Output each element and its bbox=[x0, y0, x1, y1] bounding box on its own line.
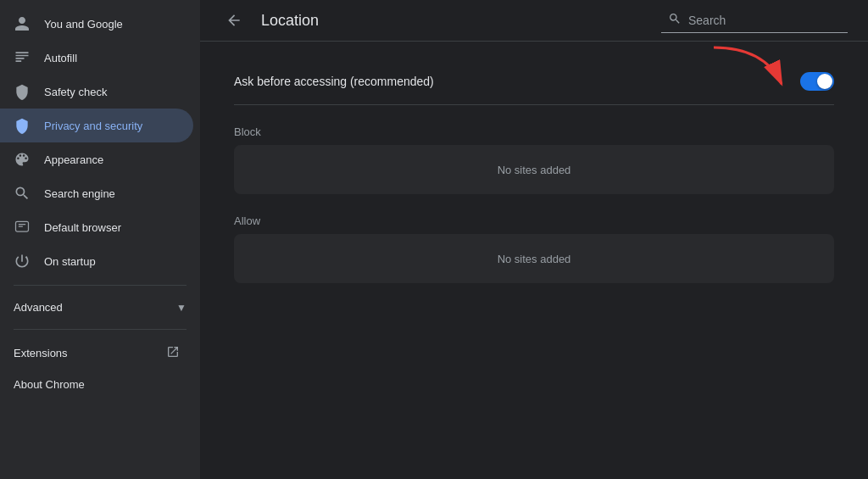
sidebar-divider bbox=[14, 285, 186, 286]
content-area: Ask before accessing (recommended) bbox=[200, 42, 868, 479]
location-toggle[interactable] bbox=[800, 72, 834, 91]
power-icon bbox=[14, 253, 31, 270]
shield-icon bbox=[14, 83, 31, 100]
sidebar: You and Google Autofill Safety check Pri… bbox=[0, 0, 200, 479]
autofill-icon bbox=[14, 49, 31, 66]
person-icon bbox=[14, 15, 31, 32]
page-header: Location bbox=[200, 0, 868, 42]
block-empty-section: No sites added bbox=[234, 145, 834, 194]
appearance-icon bbox=[14, 151, 31, 168]
sidebar-item-extensions[interactable]: Extensions bbox=[0, 337, 193, 370]
block-empty-text: No sites added bbox=[498, 164, 571, 176]
default-browser-icon bbox=[14, 219, 31, 236]
extensions-label: Extensions bbox=[14, 347, 68, 359]
block-section: Block No sites added bbox=[234, 125, 834, 194]
sidebar-item-privacy-label: Privacy and security bbox=[44, 120, 142, 132]
allow-section: Allow No sites added bbox=[234, 214, 834, 283]
external-link-icon bbox=[166, 345, 180, 361]
about-chrome-label: About Chrome bbox=[14, 378, 85, 391]
sidebar-item-default-browser[interactable]: Default browser bbox=[0, 210, 193, 244]
ask-before-accessing-row: Ask before accessing (recommended) bbox=[234, 58, 834, 105]
sidebar-item-safety-check[interactable]: Safety check bbox=[0, 75, 193, 109]
sidebar-item-you-and-google-label: You and Google bbox=[44, 18, 123, 31]
search-engine-icon bbox=[14, 185, 31, 202]
search-box bbox=[661, 8, 848, 33]
sidebar-item-search-engine[interactable]: Search engine bbox=[0, 176, 193, 210]
sidebar-item-about-chrome[interactable]: About Chrome bbox=[0, 370, 193, 399]
allow-empty-text: No sites added bbox=[498, 253, 571, 265]
sidebar-item-autofill[interactable]: Autofill bbox=[0, 41, 193, 75]
chevron-down-icon: ▼ bbox=[176, 302, 186, 314]
sidebar-item-safety-check-label: Safety check bbox=[44, 86, 107, 98]
sidebar-divider-2 bbox=[14, 329, 186, 330]
sidebar-item-appearance-label: Appearance bbox=[44, 153, 103, 166]
search-input[interactable] bbox=[688, 14, 841, 27]
back-button[interactable] bbox=[220, 7, 248, 34]
advanced-label: Advanced bbox=[14, 301, 63, 314]
page-title: Location bbox=[261, 12, 648, 30]
red-arrow-annotation bbox=[714, 43, 790, 94]
sidebar-item-default-browser-label: Default browser bbox=[44, 221, 121, 234]
search-icon bbox=[668, 12, 682, 29]
allow-empty-section: No sites added bbox=[234, 234, 834, 283]
sidebar-item-privacy-and-security[interactable]: Privacy and security bbox=[0, 109, 193, 142]
advanced-section-header[interactable]: Advanced ▼ bbox=[0, 292, 200, 322]
allow-section-title: Allow bbox=[234, 214, 834, 227]
main-content: Location Ask before accessing (recommend… bbox=[200, 0, 868, 479]
toggle-label: Ask before accessing (recommended) bbox=[234, 75, 434, 88]
sidebar-item-autofill-label: Autofill bbox=[44, 52, 77, 64]
sidebar-item-appearance[interactable]: Appearance bbox=[0, 142, 193, 176]
block-section-title: Block bbox=[234, 125, 834, 138]
sidebar-item-on-startup-label: On startup bbox=[44, 255, 96, 268]
sidebar-item-on-startup[interactable]: On startup bbox=[0, 244, 193, 278]
sidebar-item-you-and-google[interactable]: You and Google bbox=[0, 7, 193, 41]
privacy-icon bbox=[14, 117, 31, 134]
sidebar-item-search-engine-label: Search engine bbox=[44, 187, 115, 200]
